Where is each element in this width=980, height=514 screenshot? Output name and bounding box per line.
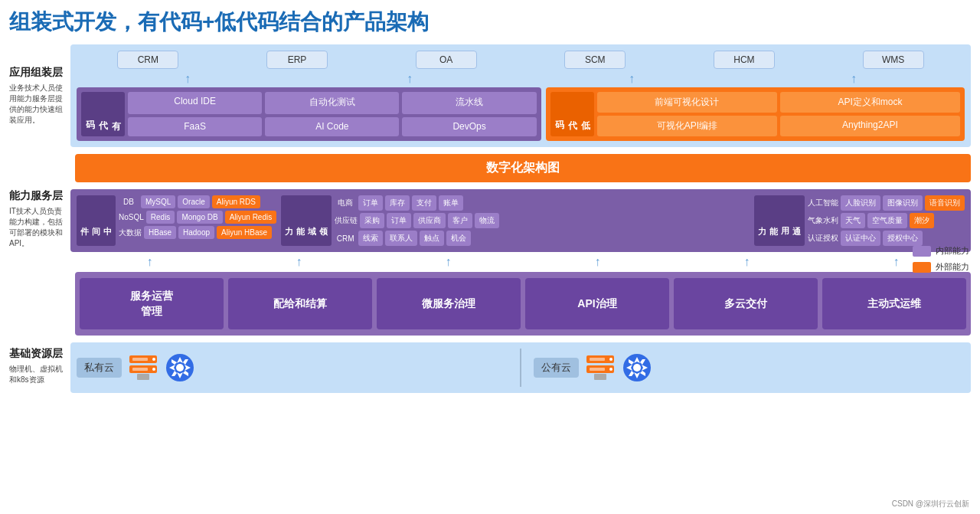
svg-point-20 [609,368,612,371]
svg-rect-23 [594,374,606,380]
app-wms: WMS [863,51,924,69]
dom-purchase: 采购 [360,213,384,228]
zjrow-nosql-label: NoSQL [119,213,144,221]
zj-hbase: HBase [144,226,176,239]
app-section: CRM ERP OA SCM HCM WMS ↑ ↑ ↑ ↑ 有代码 [70,44,971,147]
arrow-3: ↑ [629,72,635,86]
service-section: 服务运营管理 配给和结算 微服务治理 API治理 多云交付 主动式运维 [75,272,971,336]
code-section-row: 有代码 Cloud IDE 自动化测试 流水线 FaaS AI Code Dev… [77,87,965,141]
app-arrows-row: ↑ ↑ ↑ ↑ [77,72,965,86]
domrow-supply: 供应链 采购 订单 供应商 客户 物流 [335,213,750,228]
youcode-pipeline: 流水线 [402,92,536,114]
gen-face: 人脸识别 [841,195,880,211]
service-api: API治理 [525,278,669,329]
zhongjian-box: 中间件 DB MySQL Oracle Aliyun RDS NoSQL Red… [77,195,276,246]
private-k8s-icon [165,352,195,383]
capability-inner: 中间件 DB MySQL Oracle Aliyun RDS NoSQL Red… [77,195,965,246]
zj-aliyun-redis: Aliyun Redis [225,211,277,224]
genrow-weather: 气象水利 天气 空气质量 潮汐 [808,213,965,228]
legend-external: 外部能力 [913,261,969,273]
genrow-auth: 认证授权 认证中心 授权中心 [808,231,965,246]
zj-redis: Redis [146,211,175,224]
dom-ecommerce-label: 电商 [335,198,356,208]
public-server-icon [583,351,617,385]
svg-rect-5 [132,368,148,371]
public-cloud-icons [583,351,652,385]
zhongjian-grid: DB MySQL Oracle Aliyun RDS NoSQL Redis M… [119,195,276,246]
foundation-layer-desc: 物理机、虚拟机和k8s资源 [9,364,66,385]
dom-opportunity: 机会 [446,231,471,246]
capability-layer-title: 能力服务层 [9,189,66,203]
app-layer-label: 应用组装层 业务技术人员使用能力服务层提供的能力快速组装应用。 [9,44,70,147]
gen-air: 空气质量 [867,213,907,228]
zjrow-nosql: NoSQL Redis Mongo DB Aliyun Redis [119,211,276,224]
public-cloud-box: 公有云 [534,351,965,385]
service-ops: 服务运营管理 [80,278,224,329]
dicode-label: 低代码 [550,92,594,136]
genrow-ai: 人工智能 人脸识别 图像识别 语音识别 [808,195,965,211]
app-crm: CRM [117,51,178,69]
youcode-grid: Cloud IDE 自动化测试 流水线 FaaS AI Code DevOps [128,92,537,136]
service-billing: 配给和结算 [228,278,372,329]
zhongjian-label: 中间件 [77,195,116,246]
capability-layer-row: 能力服务层 IT技术人员负责能力构建，包括可部署的模块和API。 中间件 DB … [9,185,971,252]
svg-rect-6 [137,374,149,380]
cap-arrow-3: ↑ [446,255,452,269]
zj-aliyun-hbase: Aliyun HBase [217,226,272,239]
legend-internal-color [913,246,931,257]
cap-arrow-5: ↑ [744,255,750,269]
legend: 内部能力 外部能力 [913,245,969,273]
page-title: 组装式开发，有代码+低代码结合的产品架构 [9,8,971,37]
zjrow-bigdata-label: 大数据 [119,228,142,238]
general-label: 通用能力 [754,195,805,246]
youcode-autotest: 自动化测试 [265,92,399,114]
capability-section: 中间件 DB MySQL Oracle Aliyun RDS NoSQL Red… [70,189,971,252]
svg-point-2 [152,358,155,361]
service-layer-row: 服务运营管理 配给和结算 微服务治理 API治理 多云交付 主动式运维 [75,272,971,336]
general-box: 通用能力 人工智能 人脸识别 图像识别 语音识别 气象水利 天气 空气质量 [754,195,965,246]
dom-touchpoint: 触点 [420,231,444,246]
dicode-grid: 前端可视化设计 API定义和mock 可视化API编排 Anything2API [597,92,960,136]
dom-logistics: 物流 [475,213,499,228]
zj-aliyun-rds: Aliyun RDS [212,195,260,208]
foundation-layer-row: 基础资源层 物理机、虚拟机和k8s资源 私有云 [9,339,971,393]
main-container: 组装式开发，有代码+低代码结合的产品架构 应用组装层 业务技术人员使用能力服务层… [0,0,980,514]
foundation-layer-label: 基础资源层 物理机、虚拟机和k8s资源 [9,339,70,393]
service-mesh: 微服务治理 [377,278,521,329]
zj-hadoop: Hadoop [178,226,214,239]
domrow-crm: CRM 线索 联系人 触点 机会 [335,231,750,246]
svg-rect-22 [590,368,605,371]
dom-order2: 订单 [387,213,411,228]
zjrow-bigdata: 大数据 HBase Hadoop Aliyun HBase [119,226,276,239]
dicode-api-mock: API定义和mock [780,92,960,113]
gen-auth-label: 认证授权 [808,233,838,244]
service-ops-active: 主动式运维 [822,278,966,329]
private-cloud-icons [126,351,195,385]
private-server-icon [126,351,160,385]
gen-image: 图像识别 [883,195,923,211]
gen-tide: 潮汐 [910,213,934,228]
general-grid: 人工智能 人脸识别 图像识别 语音识别 气象水利 天气 空气质量 潮汐 [808,195,965,246]
app-layer-title: 应用组装层 [9,66,66,80]
domain-box: 领域能力 电商 订单 库存 支付 账单 供应链 采购 订单 [281,195,750,246]
legend-external-label: 外部能力 [936,261,969,273]
zj-oracle: Oracle [178,195,209,208]
svg-point-3 [152,368,155,371]
legend-external-color [913,262,931,273]
gen-ai-label: 人工智能 [808,198,838,208]
arrow-1: ↑ [185,72,191,86]
zjrow-db-label: DB [119,198,139,206]
digital-banner-row: 数字化架构图 [75,150,971,182]
service-grid: 服务运营管理 配给和结算 微服务治理 API治理 多云交付 主动式运维 [80,278,966,329]
capability-arrows-row: ↑ ↑ ↑ ↑ ↑ ↑ [75,255,971,269]
dicode-box: 低代码 前端可视化设计 API定义和mock 可视化API编排 Anything… [546,87,965,141]
gen-authn: 认证中心 [841,231,880,246]
public-k8s-icon [622,352,652,383]
private-cloud-label: 私有云 [77,358,122,378]
arrow-2: ↑ [407,72,413,86]
app-oa: OA [416,51,477,69]
domrow-ecommerce: 电商 订单 库存 支付 账单 [335,195,750,211]
app-layer-row: 应用组装层 业务技术人员使用能力服务层提供的能力快速组装应用。 CRM ERP … [9,44,971,147]
private-cloud-box: 私有云 [77,351,508,385]
dom-lead: 线索 [358,231,383,246]
